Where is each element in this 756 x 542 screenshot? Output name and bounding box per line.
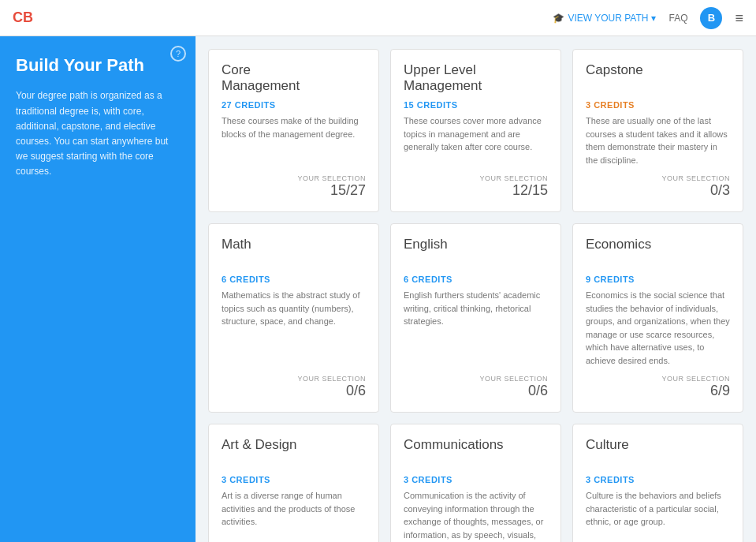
selection-label: YOUR SELECTION <box>586 174 730 182</box>
card-title: Economics <box>586 237 651 252</box>
card-title: Capstone <box>586 62 643 78</box>
card-selection: YOUR SELECTION 0/6 <box>222 375 366 399</box>
app-logo: CB <box>13 9 33 26</box>
selection-label: YOUR SELECTION <box>222 375 366 383</box>
card-culture[interactable]: Culture 3 CREDITS Culture is the behavio… <box>572 424 743 542</box>
card-description: These are usually one of the last course… <box>586 114 730 166</box>
card-description: Communication is the activity of conveyi… <box>404 489 548 542</box>
header-right: 🎓 VIEW YOUR PATH ▾ FAQ B ≡ <box>553 7 743 29</box>
card-header: Culture <box>586 437 730 470</box>
view-path-button[interactable]: 🎓 VIEW YOUR PATH ▾ <box>553 13 656 24</box>
card-communications[interactable]: Communications 3 CREDITS Communication i… <box>390 424 561 542</box>
card-selection: YOUR SELECTION 6/9 <box>586 375 730 399</box>
selection-value: 12/15 <box>404 182 548 199</box>
sidebar-description: Your degree path is organized as a tradi… <box>16 88 180 179</box>
card-credits: 3 CREDITS <box>404 475 548 484</box>
app-header: CB 🎓 VIEW YOUR PATH ▾ FAQ B ≡ <box>0 0 756 36</box>
cards-grid: Core Management 27 CREDITS These courses… <box>208 49 743 542</box>
card-header: Art & Design <box>222 437 366 470</box>
card-credits: 27 CREDITS <box>222 100 366 110</box>
chevron-down-icon: ▾ <box>651 13 656 24</box>
hamburger-menu[interactable]: ≡ <box>735 11 743 25</box>
card-title: Math <box>222 237 251 252</box>
card-art-design[interactable]: Art & Design 3 CREDITS Art is a diverse … <box>208 424 379 542</box>
card-credits: 3 CREDITS <box>586 100 730 110</box>
card-economics[interactable]: Economics 9 CREDITS Economics is the soc… <box>572 223 743 413</box>
card-title: Core Management <box>222 62 326 95</box>
card-credits: 9 CREDITS <box>586 275 730 284</box>
card-credits: 3 CREDITS <box>586 475 730 484</box>
selection-value: 6/9 <box>586 383 730 399</box>
card-selection: YOUR SELECTION 15/27 <box>222 174 366 199</box>
card-english[interactable]: English 6 CREDITS English furthers stude… <box>390 223 561 413</box>
card-core-management[interactable]: Core Management 27 CREDITS These courses… <box>208 49 379 212</box>
card-header: Core Management <box>222 62 366 95</box>
selection-value: 0/6 <box>222 383 366 399</box>
selection-value: 15/27 <box>222 182 366 199</box>
card-header: Upper Level Management <box>404 62 548 95</box>
card-header: English <box>404 237 548 270</box>
card-title: Upper Level Management <box>404 62 508 95</box>
card-description: Economics is the social science that stu… <box>586 289 730 367</box>
card-title: Culture <box>586 437 629 453</box>
selection-label: YOUR SELECTION <box>586 375 730 383</box>
main-content: Core Management 27 CREDITS These courses… <box>196 36 756 542</box>
card-selection: YOUR SELECTION 0/3 <box>586 174 730 199</box>
card-credits: 3 CREDITS <box>222 475 366 484</box>
card-description: These courses make of the building block… <box>222 114 366 166</box>
card-description: These courses cover more advance topics … <box>404 114 548 166</box>
card-math[interactable]: Math x 2 6 CREDITS Mathematics is the ab… <box>208 223 379 413</box>
selection-label: YOUR SELECTION <box>404 174 548 182</box>
card-credits: 6 CREDITS <box>222 275 366 284</box>
card-title: Communications <box>404 437 504 453</box>
card-description: Mathematics is the abstract study of top… <box>222 289 366 367</box>
card-description: Culture is the behaviors and beliefs cha… <box>586 489 730 542</box>
selection-label: YOUR SELECTION <box>222 174 366 182</box>
card-credits: 6 CREDITS <box>404 275 548 284</box>
graduation-icon: 🎓 <box>553 13 564 24</box>
card-selection: YOUR SELECTION 0/6 <box>404 375 548 399</box>
card-header: Capstone <box>586 62 730 95</box>
selection-value: 0/3 <box>586 182 730 199</box>
sidebar-title: Build Your Path <box>16 55 180 76</box>
card-header: Economics <box>586 237 730 270</box>
card-selection: YOUR SELECTION 12/15 <box>404 174 548 199</box>
card-credits: 15 CREDITS <box>404 100 548 110</box>
card-description: English furthers students' academic writ… <box>404 289 548 367</box>
card-description: Art is a diverse range of human activiti… <box>222 489 366 542</box>
faq-link[interactable]: FAQ <box>668 13 687 24</box>
card-header: Communications <box>404 437 548 470</box>
sidebar: ? Build Your Path Your degree path is or… <box>0 36 196 542</box>
selection-value: 0/6 <box>404 383 548 399</box>
card-title: English <box>404 237 448 252</box>
card-header: Math x 2 <box>222 237 366 270</box>
help-icon[interactable]: ? <box>170 46 186 62</box>
card-upper-level-management[interactable]: Upper Level Management 15 CREDITS These … <box>390 49 561 212</box>
selection-label: YOUR SELECTION <box>404 375 548 383</box>
card-capstone[interactable]: Capstone 3 CREDITS These are usually one… <box>572 49 743 212</box>
card-title: Art & Design <box>222 437 296 453</box>
main-layout: ? Build Your Path Your degree path is or… <box>0 36 756 542</box>
user-avatar[interactable]: B <box>700 7 722 29</box>
